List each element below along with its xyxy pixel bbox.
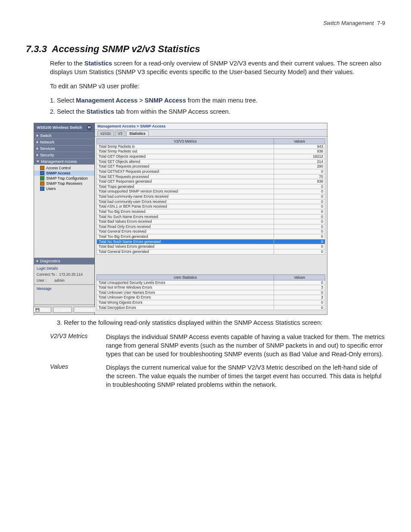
table-row[interactable]: Total SET Objects altered214	[97, 159, 325, 164]
tab-v1v2c[interactable]: v1/v2c	[97, 131, 114, 136]
subitem-snmp-access[interactable]: SNMP Access	[34, 171, 94, 176]
table-row[interactable]: Total bad community-name Errors received…	[97, 194, 325, 199]
table-row[interactable]: Total SET Requests processed70	[97, 174, 325, 179]
table-row[interactable]: Total Wrong Digests Errors0	[97, 300, 325, 305]
table-row[interactable]: Total No Such Name Errors generated0	[97, 239, 325, 244]
login-details: Login Details Connect To : 172.20.25.114…	[34, 264, 94, 284]
table-row[interactable]: Total GETNEXT Requests processed0	[97, 169, 325, 174]
sidebar-buttons: 💾Save ⎋Logout ↻Refresh	[34, 305, 94, 314]
table-row[interactable]: Total Unknown Engine ID Errors3	[97, 295, 325, 300]
chevron-down-icon	[37, 161, 39, 162]
sidebar-item-network[interactable]: Network	[34, 139, 94, 145]
product-brand: WS5100 Wireless Switch M	[34, 123, 94, 132]
page-number: 7-9	[377, 20, 385, 26]
save-button[interactable]: 💾Save	[33, 307, 51, 313]
motorola-icon: M	[87, 125, 92, 130]
step-2: Select the Statistics tab from within th…	[57, 107, 385, 116]
section-heading: 7.3.3 Accessing SNMP v2/v3 Statistics	[26, 44, 385, 55]
chevron-right-icon	[37, 141, 38, 143]
table-row[interactable]: Total Unknown User Names Errors0	[97, 290, 325, 295]
subitem-users[interactable]: Users	[34, 186, 94, 191]
v2v3-metrics-table: V2/V3 Metrics Values Total Snmp Packets …	[97, 138, 325, 255]
table-row[interactable]: Total Snmp Packets out936	[97, 149, 325, 154]
embedded-screenshot: WS5100 Wireless Switch M Switch Network …	[34, 123, 327, 315]
table-row[interactable]: Total GET Objects requested18212	[97, 154, 325, 159]
chapter-name: Switch Management	[323, 20, 374, 26]
page-header: Switch Management 7-9	[26, 20, 385, 26]
table-row[interactable]: Total Bad Values Errors received0	[97, 219, 325, 224]
table-row[interactable]: Total Read Only Errors received0	[97, 224, 325, 229]
tab-v3[interactable]: V3	[115, 131, 125, 136]
col-metrics: V2/V3 Metrics	[97, 138, 274, 144]
subitem-snmp-trap-receivers[interactable]: SNMP Trap Receivers	[34, 181, 94, 186]
section-title-text: Accessing SNMP v2/v3 Statistics	[52, 44, 200, 54]
step-3: 3. Refer to the following read-only stat…	[57, 318, 385, 327]
table-row[interactable]: Total Snmp Packets in943	[97, 144, 325, 149]
col-usm-values: Values	[274, 274, 325, 280]
main-pane: Management Access > SNMP Access v1/v2c V…	[95, 123, 327, 315]
table-row[interactable]: Total GET Requests processed290	[97, 164, 325, 169]
definition-v2v3: V2/V3 Metrics Displays the individual SN…	[50, 333, 385, 359]
sidebar-item-security[interactable]: Security	[34, 152, 94, 158]
breadcrumb: Management Access > SNMP Access	[95, 123, 327, 130]
col-values: Values	[274, 138, 325, 144]
subitem-snmp-trap-config[interactable]: SNMP Trap Configuration	[34, 176, 94, 181]
def-body: Displays the individual SNMP Access even…	[106, 333, 385, 359]
folder-icon	[40, 166, 44, 170]
table-row[interactable]: Total Too Big Errors received0	[97, 209, 325, 214]
table-row[interactable]: Total Decryption Errors0	[97, 305, 325, 310]
folder-icon	[40, 181, 44, 186]
step-1: Select Management Access > SNMP Access f…	[57, 96, 385, 105]
logout-button[interactable]: ⎋Logout	[53, 307, 72, 313]
refresh-icon: ↻	[76, 308, 79, 312]
sidebar: WS5100 Wireless Switch M Switch Network …	[34, 123, 95, 315]
sidebar-item-services[interactable]: Services	[34, 145, 94, 152]
chevron-right-icon	[37, 154, 38, 156]
definition-values: Values Displays the current numerical va…	[50, 363, 385, 389]
col-usm: Usm Statistics	[97, 274, 274, 280]
intro-lead: To edit an SNMP v3 user profile:	[50, 82, 385, 90]
sidebar-subtree: Access Control SNMP Access SNMP Trap Con…	[34, 165, 94, 258]
logout-icon: ⎋	[55, 308, 57, 312]
sidebar-item-switch[interactable]: Switch	[34, 132, 94, 139]
def-body: Displays the current numerical value for…	[106, 363, 385, 389]
sidebar-item-diagnostics[interactable]: Diagnostics	[34, 258, 94, 264]
sidebar-item-management-access[interactable]: Management Access	[34, 158, 94, 165]
message-box: Message	[34, 284, 94, 305]
tab-bar: v1/v2c V3 Statistics	[95, 130, 327, 137]
save-icon: 💾	[35, 308, 40, 312]
statistics-term: Statistics	[84, 60, 112, 67]
table-row[interactable]: Total No Such Name Errors received0	[97, 214, 325, 219]
table-row[interactable]: Total General Errors generated0	[97, 249, 325, 254]
refresh-button[interactable]: ↻Refresh	[74, 307, 95, 313]
chevron-right-icon	[37, 147, 38, 150]
chevron-right-icon	[37, 134, 38, 137]
step-list: Select Management Access > SNMP Access f…	[57, 96, 385, 117]
tab-statistics[interactable]: Statistics	[126, 131, 149, 136]
table-row[interactable]: Total bad community-user Errors received…	[97, 199, 325, 204]
def-term: Values	[50, 363, 106, 389]
table-row[interactable]: Total Unsupported Security Levels Errors…	[97, 280, 325, 285]
folder-icon	[40, 187, 44, 191]
table-row[interactable]: Total General Errors received0	[97, 229, 325, 234]
def-term: V2/V3 Metrics	[50, 333, 106, 359]
chevron-right-icon	[37, 260, 38, 262]
table-row[interactable]: Total Bad Values Errors generated0	[97, 244, 325, 249]
table-row[interactable]: Total Not InTime Windows Errors3	[97, 285, 325, 290]
table-row[interactable]: Total Too Big Errors generated0	[97, 234, 325, 240]
folder-icon	[40, 171, 44, 175]
table-row[interactable]: Total Traps generated0	[97, 184, 325, 189]
nav-group: Switch Network Services Security Managem…	[34, 132, 94, 165]
table-row[interactable]: Total ASN.1 or BER Parse Errors received…	[97, 204, 325, 209]
subitem-access-control[interactable]: Access Control	[34, 165, 94, 171]
folder-icon	[40, 176, 44, 180]
usm-statistics-table: Usm Statistics Values Total Unsupported …	[97, 274, 325, 311]
intro-paragraph: Refer to the Statistics screen for a rea…	[50, 59, 385, 77]
section-number: 7.3.3	[26, 44, 47, 54]
table-row[interactable]: Total GET Responses generated936	[97, 179, 325, 184]
table-row[interactable]: Total unsupported SNMP version Errors re…	[97, 189, 325, 194]
